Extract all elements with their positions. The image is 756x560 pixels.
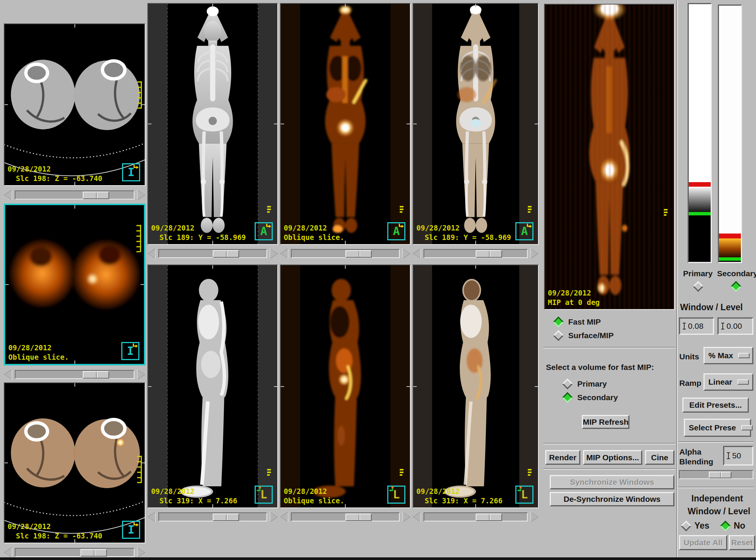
slider-thumb[interactable]	[709, 472, 731, 478]
radio-diamond[interactable]	[681, 520, 691, 531]
scrollbar-track[interactable]	[424, 512, 528, 521]
scrollbar-thumb[interactable]	[476, 250, 502, 258]
viewport-axial-ct[interactable]: 09/28/2012 Slc 198: Z = -63.740 I	[4, 23, 145, 186]
cine-button[interactable]: Cine	[645, 450, 674, 465]
scroll-right-arrow[interactable]	[270, 249, 277, 258]
slice-scrollbar[interactable]	[413, 511, 539, 523]
scrollbar-track[interactable]	[291, 512, 400, 521]
slice-scrollbar[interactable]	[4, 546, 145, 558]
scroll-right-arrow[interactable]	[138, 190, 145, 200]
scrollbar-thumb[interactable]	[345, 250, 372, 258]
window-upper-marker[interactable]	[689, 182, 711, 187]
ramp-dropdown[interactable]: Linear	[703, 373, 753, 391]
crosshair-tick	[141, 104, 145, 105]
slice-scrollbar[interactable]	[4, 368, 145, 381]
scrollbar-track[interactable]	[15, 548, 135, 557]
viewport-sagittal-ct[interactable]: 09/28/2012 Slc 319: X = 7.266 L	[147, 265, 278, 508]
scrollbar-thumb[interactable]	[476, 514, 502, 521]
viewport-coronal-fused[interactable]: 09/28/2012 Slc 189: Y = -58.969 A	[413, 3, 539, 245]
viewport-coronal-pet[interactable]: 09/28/2012 Oblique slice. A	[280, 3, 411, 245]
edit-presets-button[interactable]: Edit Presets...	[682, 398, 749, 413]
scroll-left-arrow[interactable]	[413, 512, 421, 522]
slice-scrollbar[interactable]	[280, 248, 411, 260]
slice-scrollbar[interactable]	[147, 511, 278, 523]
slice-scrollbar[interactable]	[4, 189, 145, 201]
window-lower-marker[interactable]	[719, 257, 741, 261]
primary-volume-radio[interactable]: Primary	[564, 379, 607, 388]
crosshair-tick	[141, 284, 144, 285]
slice-scrollbar[interactable]	[413, 248, 539, 260]
scrollbar-thumb[interactable]	[83, 192, 109, 199]
scrollbar-thumb[interactable]	[83, 371, 109, 379]
slice-scrollbar[interactable]	[280, 511, 411, 523]
scrollbar-track[interactable]	[158, 249, 267, 258]
reset-button[interactable]: Reset	[729, 535, 755, 550]
scroll-right-arrow[interactable]	[138, 548, 145, 557]
scrollbar-thumb[interactable]	[213, 250, 239, 258]
mip-refresh-button[interactable]: MIP Refresh	[582, 415, 629, 429]
scrollbar-track[interactable]	[15, 190, 135, 200]
independent-no-radio[interactable]: No	[722, 521, 745, 531]
crosshair-tick	[281, 124, 284, 124]
scroll-right-arrow[interactable]	[531, 512, 538, 522]
viewport-axial-fused[interactable]: 09/28/2012 Slc 198: Z = -63.740 I	[4, 382, 145, 543]
radio-diamond[interactable]	[562, 379, 573, 389]
surface-mip-radio[interactable]: Surface/MIP	[555, 331, 614, 340]
desynchronize-windows-button[interactable]: De-Synchronize Windows	[550, 492, 674, 506]
radio-diamond[interactable]	[553, 330, 564, 341]
scroll-left-arrow[interactable]	[148, 512, 155, 522]
units-dropdown[interactable]: % Max	[703, 347, 753, 364]
secondary-colorbar[interactable]	[718, 5, 742, 263]
scrollbar-thumb[interactable]	[80, 549, 107, 557]
scrollbar-track[interactable]	[424, 249, 528, 258]
crosshair-tick	[407, 386, 410, 387]
secondary-volume-radio[interactable]: Secondary	[564, 393, 618, 402]
radio-diamond[interactable]	[720, 520, 731, 531]
secondary-colorbar-radio[interactable]	[731, 281, 741, 292]
scale-ruler-icon	[136, 455, 142, 484]
update-all-button[interactable]: Update All	[679, 535, 727, 550]
scrollbar-track[interactable]	[15, 370, 135, 379]
crosshair-tick	[5, 463, 8, 463]
select-preset-dropdown[interactable]: Select Prese	[684, 419, 751, 437]
scroll-left-arrow[interactable]	[5, 548, 12, 557]
scroll-right-arrow[interactable]	[270, 512, 277, 522]
scroll-left-arrow[interactable]	[148, 249, 155, 258]
viewport-axial-pet[interactable]: 09/28/2012 Oblique slice. I	[4, 204, 145, 365]
render-button[interactable]: Render	[545, 450, 580, 465]
slice-scrollbar[interactable]	[147, 248, 278, 260]
viewport-mip[interactable]: 09/28/2012 MIP at 0 deg	[544, 4, 675, 310]
scrollbar-thumb[interactable]	[345, 514, 372, 521]
window-value-input[interactable]: 0.08	[679, 317, 714, 335]
window-upper-marker[interactable]	[719, 234, 741, 238]
scroll-left-arrow[interactable]	[281, 512, 288, 522]
scroll-left-arrow[interactable]	[5, 370, 12, 379]
scroll-left-arrow[interactable]	[413, 249, 421, 258]
radio-diamond[interactable]	[553, 317, 564, 327]
scroll-right-arrow[interactable]	[403, 249, 410, 258]
mip-options-button[interactable]: MIP Options...	[583, 450, 642, 465]
overlay-date: 09/28/2012	[151, 224, 194, 232]
alpha-blending-slider[interactable]	[679, 470, 753, 479]
window-lower-marker[interactable]	[689, 212, 711, 216]
radio-diamond[interactable]	[562, 392, 573, 403]
scroll-left-arrow[interactable]	[281, 249, 288, 258]
scrollbar-thumb[interactable]	[213, 514, 239, 521]
primary-colorbar-radio[interactable]	[693, 281, 703, 292]
scroll-right-arrow[interactable]	[138, 370, 145, 379]
separator	[678, 441, 754, 443]
crosshair-tick	[535, 124, 538, 124]
viewport-sagittal-pet[interactable]: 09/28/2012 Oblique slice. L	[280, 265, 411, 508]
fast-mip-radio[interactable]: Fast MIP	[555, 317, 601, 326]
independent-yes-radio[interactable]: Yes	[682, 521, 710, 531]
alpha-blending-input[interactable]: 50	[723, 446, 753, 466]
scroll-right-arrow[interactable]	[531, 249, 538, 258]
level-value-input[interactable]: 0.00	[717, 317, 753, 335]
scrollbar-track[interactable]	[291, 249, 400, 258]
viewport-sagittal-fused[interactable]: 09/28/2012 Slc 319: X = 7.266 L	[413, 265, 539, 508]
viewport-coronal-ct[interactable]: 09/28/2012 Slc 189: Y = -58.969 A	[147, 3, 278, 245]
scrollbar-track[interactable]	[158, 512, 267, 521]
primary-colorbar[interactable]	[688, 3, 712, 263]
scroll-right-arrow[interactable]	[403, 512, 410, 522]
scroll-left-arrow[interactable]	[5, 190, 12, 200]
